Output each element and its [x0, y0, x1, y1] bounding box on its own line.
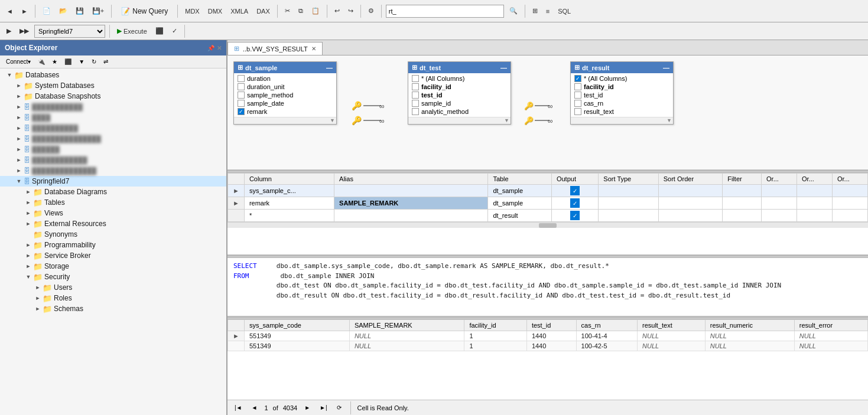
minimize-sample[interactable]: — — [326, 64, 333, 71]
new-query-button[interactable]: 📝 New Query — [116, 5, 173, 17]
debug2-button[interactable]: ▶▶ — [17, 25, 32, 37]
results-cell-syscode-0[interactable]: 551349 — [244, 331, 349, 341]
check-result-facility-id[interactable] — [574, 83, 581, 90]
field-result-allcols[interactable]: ✓ * (All Columns) — [571, 74, 673, 83]
tree-item-users[interactable]: ► 📁 Users — [0, 282, 226, 293]
tree-item-views[interactable]: ► 📁 Views — [0, 208, 226, 218]
paste-button[interactable]: 📋 — [308, 5, 323, 17]
new-file-button[interactable]: 📄 — [40, 5, 54, 17]
field-test-facility-id[interactable]: facility_id — [408, 83, 511, 91]
nav-last-button[interactable]: ►| — [317, 403, 330, 412]
check-test-test-id[interactable] — [412, 92, 419, 99]
expand-db1[interactable]: ► — [14, 102, 24, 112]
minimize-result[interactable]: — — [663, 64, 669, 71]
field-sample-method[interactable]: sample_method — [234, 91, 336, 99]
results-th-facility-id[interactable]: facility_id — [464, 320, 526, 331]
tree-item-db6[interactable]: ► 🗄 ████████████ — [0, 155, 226, 165]
check-test-facility-id[interactable] — [412, 83, 419, 90]
grid-cell-or2-2[interactable] — [797, 210, 833, 222]
grid-cell-column-0[interactable]: sys_sample_c... — [244, 185, 334, 197]
grid-cell-alias-0[interactable] — [334, 185, 488, 197]
grid-cell-sortorder-1[interactable] — [658, 197, 723, 210]
tree-item-synonyms[interactable]: 📁 Synonyms — [0, 229, 226, 240]
results-th-result-error[interactable]: result_error — [794, 320, 867, 331]
grid-cell-sortorder-0[interactable] — [658, 185, 723, 197]
expand-db4[interactable]: ► — [14, 134, 24, 143]
redo-button[interactable]: ↪ — [345, 5, 356, 17]
results-th-sys-sample-code[interactable]: sys_sample_code — [244, 320, 349, 331]
check-duration-unit[interactable] — [238, 83, 245, 90]
field-duration-unit[interactable]: duration_unit — [234, 83, 336, 91]
open-button[interactable]: 📂 — [56, 5, 70, 17]
cut-button[interactable]: ✂ — [282, 5, 293, 17]
field-result-cas-rn[interactable]: cas_rn — [571, 99, 673, 107]
grid-cell-sorttype-1[interactable] — [599, 197, 658, 210]
tree-item-db5[interactable]: ► 🗄 ██████ — [0, 144, 226, 155]
expand-springfield7[interactable]: ▼ — [14, 177, 24, 186]
nav-prev-button[interactable]: ◄ — [249, 403, 260, 412]
field-test-analytic-method[interactable]: analytic_method — [408, 107, 511, 116]
expand-db-snapshots[interactable]: ► — [14, 92, 24, 101]
check-sample-method[interactable] — [238, 92, 245, 99]
nav-next-button[interactable]: ► — [302, 403, 313, 412]
grid-cell-filter-0[interactable] — [723, 185, 762, 197]
grid-cell-alias-1[interactable] — [334, 197, 488, 210]
check-result-cas-rn[interactable] — [574, 100, 581, 107]
refresh-button[interactable]: ↻ — [89, 57, 99, 66]
grid-cell-or2-0[interactable] — [797, 185, 833, 197]
debug-button[interactable]: ▶ — [4, 25, 14, 37]
tree-item-db4[interactable]: ► 🗄 ███████████████ — [0, 133, 226, 144]
expand-programmability[interactable]: ► — [24, 240, 33, 250]
check-result-allcols[interactable]: ✓ — [574, 75, 581, 82]
tree-item-system-databases[interactable]: ► 📁 System Databases — [0, 80, 226, 91]
expand-service-broker[interactable]: ► — [24, 251, 33, 260]
grid-cell-or1-2[interactable] — [762, 210, 797, 222]
results-th-result-text[interactable]: result_text — [638, 320, 706, 331]
grid-cell-output-1[interactable]: ✓ — [551, 197, 598, 210]
field-remark[interactable]: ✓ remark — [234, 107, 336, 116]
grid-cell-output-0[interactable]: ✓ — [551, 185, 598, 197]
tree-item-db1[interactable]: ► 🗄 ███████████ — [0, 102, 226, 112]
field-test-test-id[interactable]: test_id — [408, 91, 511, 99]
tab-close-button[interactable]: ✕ — [311, 45, 316, 52]
tree-item-databases[interactable]: ▼ 📁 Databases — [0, 70, 226, 80]
sql-pane[interactable]: SELECT dbo.dt_sample.sys_sample_code, db… — [227, 258, 868, 317]
results-th-cas-rn[interactable]: cas_rn — [576, 320, 637, 331]
tree-item-db2[interactable]: ► 🗄 ████ — [0, 112, 226, 123]
tree-item-service-broker[interactable]: ► 📁 Service Broker — [0, 250, 226, 261]
oe-close-icon[interactable]: ✕ — [217, 45, 222, 51]
check-test-allcols[interactable] — [412, 75, 419, 82]
tree-item-schemas[interactable]: ► 📁 Schemas — [0, 303, 226, 314]
grid-cell-filter-1[interactable] — [723, 197, 762, 210]
results-th-result-numeric[interactable]: result_numeric — [705, 320, 794, 331]
tree-item-external-resources[interactable]: ► 📁 External Resources — [0, 218, 226, 229]
field-sample-date[interactable]: sample_date — [234, 99, 336, 107]
expand-db-diagrams[interactable]: ► — [24, 187, 33, 197]
expand-security[interactable]: ▼ — [24, 272, 33, 282]
grid-cell-sorttype-0[interactable] — [599, 185, 658, 197]
grid-cell-or2-1[interactable] — [797, 197, 833, 210]
results-th-sample-remark[interactable]: SAMPLE_REMARK — [349, 320, 464, 331]
tree-item-security[interactable]: ▼ 📁 Security — [0, 272, 226, 282]
expand-db6[interactable]: ► — [14, 155, 24, 165]
tab-vw-sys-result[interactable]: ⊞ ..b.VW_SYS_RESULT ✕ — [227, 42, 323, 55]
back-button[interactable]: ◄ — [4, 6, 16, 17]
save-all-button[interactable]: 💾+ — [89, 5, 107, 17]
xmla-button[interactable]: XMLA — [227, 6, 251, 17]
dax-button[interactable]: DAX — [253, 6, 273, 17]
field-test-allcols[interactable]: * (All Columns) — [408, 74, 511, 83]
grid-cell-column-2[interactable]: * — [244, 210, 334, 222]
grid-cell-or3-0[interactable] — [832, 185, 867, 197]
grid-cell-column-1[interactable]: remark — [244, 197, 334, 210]
synch-button[interactable]: ⇌ — [101, 57, 110, 66]
tree-item-db7[interactable]: ► 🗄 ██████████████ — [0, 165, 226, 176]
expand-db3[interactable]: ► — [14, 123, 24, 133]
grid-cell-or1-0[interactable] — [762, 185, 797, 197]
grid-cell-sorttype-2[interactable] — [599, 210, 658, 222]
expand-external-resources[interactable]: ► — [24, 219, 33, 228]
grid-hscroll[interactable] — [227, 222, 868, 228]
grid-cell-or1-1[interactable] — [762, 197, 797, 210]
search-button[interactable]: 🔍 — [506, 5, 521, 17]
grid-cell-output-2[interactable]: ✓ — [551, 210, 598, 222]
search-input[interactable] — [386, 5, 504, 18]
